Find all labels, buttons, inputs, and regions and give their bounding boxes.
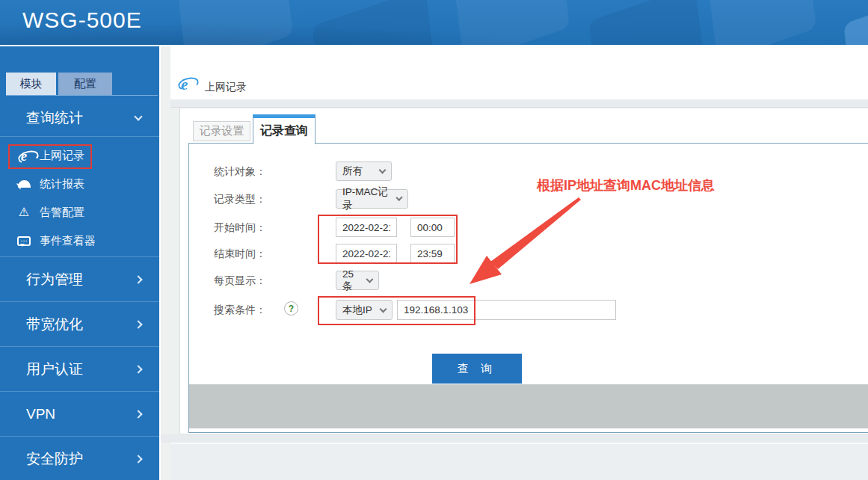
sidebar-group-bandwidth[interactable]: 带宽优化 (0, 301, 159, 346)
main-area: e 上网记录 记录设置 记录查询 统计对象： 所有 记录类型： (161, 46, 868, 480)
sidebar-item-event-viewer[interactable]: ⋯ 事件查看器 (0, 227, 159, 255)
keyboard-texture (455, 0, 570, 45)
end-date-input[interactable] (336, 244, 397, 263)
bottom-panel (170, 443, 868, 480)
sidebar-item-label: 事件查看器 (40, 234, 96, 248)
stat-object-label: 统计对象： (214, 161, 318, 182)
form-row-end-time: 结束时间： (180, 244, 868, 264)
keyboard-texture (313, 0, 436, 45)
sidebar-group-label: 安全防护 (26, 449, 83, 469)
app-header: WSG-500E (0, 0, 868, 45)
page-size-value: 25条 (342, 268, 362, 293)
start-time-label: 开始时间： (214, 218, 318, 238)
chevron-right-icon (134, 455, 142, 463)
content-panel: 记录设置 记录查询 统计对象： 所有 记录类型： IP-MAC记录 (179, 108, 868, 434)
keyboard-texture (178, 0, 293, 45)
screen: WSG-500E 模块 配置 查询统计 e 上网记录 统计报表 ⚠ 告警配置 (0, 0, 868, 480)
chevron-down-icon (379, 167, 387, 174)
comment-icon: ⋯ (17, 236, 31, 246)
chevron-down-icon (395, 194, 402, 201)
sidebar-tab-config[interactable]: 配置 (58, 73, 112, 95)
sidebar-item-internet-records[interactable]: e 上网记录 (0, 141, 159, 170)
form-row-search: 搜索条件： ? 本地IP (180, 300, 868, 320)
question-icon[interactable]: ? (284, 301, 298, 316)
sidebar-item-label: 告警配置 (40, 206, 84, 220)
start-date-input[interactable] (336, 218, 397, 237)
form-row-record-type: 记录类型： IP-MAC记录 (180, 189, 868, 209)
form-row-page-size: 每页显示： 25条 (180, 271, 868, 291)
keyboard-texture (589, 0, 705, 45)
sidebar-group-label: 查询统计 (26, 108, 83, 128)
search-type-select[interactable]: 本地IP (336, 300, 393, 320)
chevron-down-icon (366, 276, 374, 283)
page-size-label: 每页显示： (214, 271, 318, 291)
sidebar-item-alarm-config[interactable]: ⚠ 告警配置 (0, 198, 159, 227)
sidebar-tab-module[interactable]: 模块 (6, 73, 56, 95)
end-time-label: 结束时间： (214, 244, 318, 264)
sidebar-group-label: 带宽优化 (26, 315, 83, 334)
search-label: 搜索条件： (214, 300, 318, 320)
sidebar-group-label: VPN (26, 406, 55, 422)
form-row-start-time: 开始时间： (180, 218, 868, 238)
start-clock-input[interactable] (410, 218, 455, 237)
sidebar-group-behavior[interactable]: 行为管理 (0, 256, 159, 301)
sidebar: 模块 配置 查询统计 e 上网记录 统计报表 ⚠ 告警配置 ⋯ 事件查看器 (0, 46, 161, 480)
sidebar-group-vpn[interactable]: VPN (0, 391, 159, 436)
ie-icon: e (181, 76, 188, 93)
chevron-right-icon (134, 320, 142, 328)
chevron-down-icon (134, 112, 142, 120)
chevron-down-icon (380, 305, 387, 313)
record-type-select[interactable]: IP-MAC记录 (336, 189, 408, 209)
keyboard-texture (843, 2, 868, 45)
sidebar-group-label: 用户认证 (26, 360, 83, 379)
search-type-value: 本地IP (342, 304, 372, 317)
sidebar-group-query-stats[interactable]: 查询统计 (0, 99, 159, 137)
sidebar-group-security[interactable]: 安全防护 (0, 436, 159, 480)
tab-record-query[interactable]: 记录查询 (253, 114, 316, 144)
chevron-right-icon (134, 275, 142, 283)
end-clock-input[interactable] (410, 244, 455, 263)
breadcrumb-label: 上网记录 (205, 81, 247, 94)
keyboard-texture (709, 0, 816, 45)
stat-object-select[interactable]: 所有 (336, 161, 392, 181)
sidebar-submenu: e 上网记录 统计报表 ⚠ 告警配置 ⋯ 事件查看器 (0, 137, 159, 256)
page-gap (161, 434, 868, 443)
sidebar-item-label: 统计报表 (40, 177, 84, 191)
sidebar-group-label: 行为管理 (26, 270, 83, 289)
result-placeholder-bar (189, 384, 868, 428)
pie-chart-icon (18, 180, 31, 188)
query-button[interactable]: 查 询 (432, 354, 522, 384)
search-input[interactable] (397, 300, 616, 320)
stat-object-value: 所有 (342, 164, 363, 178)
chevron-right-icon (134, 410, 142, 418)
warning-icon: ⚠ (19, 206, 29, 218)
sidebar-item-stat-reports[interactable]: 统计报表 (0, 170, 159, 198)
breadcrumb: e 上网记录 (170, 46, 868, 99)
sidebar-item-label: 上网记录 (40, 149, 84, 163)
separator-strip (170, 99, 868, 108)
record-type-value: IP-MAC记录 (342, 185, 392, 212)
chevron-right-icon (134, 365, 142, 373)
sidebar-tab-bar: 模块 配置 (6, 73, 158, 96)
form-row-stat-object: 统计对象： 所有 (180, 161, 868, 182)
record-type-label: 记录类型： (214, 189, 318, 209)
sidebar-group-user-auth[interactable]: 用户认证 (0, 346, 159, 391)
tab-record-settings[interactable]: 记录设置 (193, 121, 250, 141)
page-size-select[interactable]: 25条 (336, 271, 379, 290)
ie-icon: e (21, 149, 27, 163)
app-title: WSG-500E (22, 7, 142, 33)
